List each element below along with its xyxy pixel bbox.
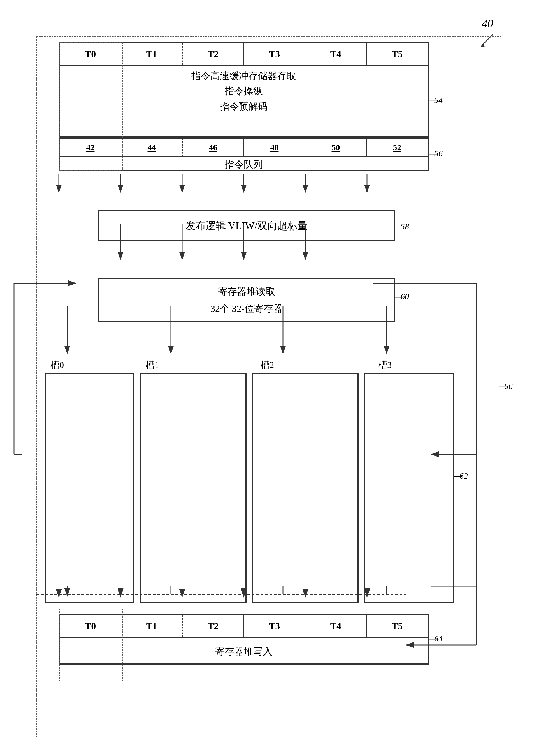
- cache-line1: 指令高速缓冲存储器存取: [191, 68, 296, 84]
- t1-cache: T1: [121, 43, 183, 65]
- slot3-label: 槽3: [378, 359, 392, 371]
- top-inner-dashed-box: [59, 42, 123, 171]
- q52: 52: [367, 139, 427, 156]
- ref-66-dash: —: [499, 381, 507, 391]
- issue-logic-label: 发布逻辑 VLIW/双向超标量: [186, 219, 308, 233]
- wb-inner-dashed-box: [59, 609, 123, 681]
- slot1-label: 槽1: [146, 359, 159, 371]
- slot2-box: [252, 373, 358, 603]
- reg-read-line2: 32个 32-位寄存器: [211, 300, 283, 317]
- t2-cache: T2: [183, 43, 244, 65]
- issue-logic-box: 发布逻辑 VLIW/双向超标量: [98, 210, 395, 241]
- reg-read-line1: 寄存器堆读取: [218, 283, 275, 300]
- ref-58-dash: —: [395, 222, 403, 231]
- wb-t5: T5: [367, 615, 427, 637]
- slot0-box: [45, 373, 135, 603]
- wb-t2: T2: [183, 615, 244, 637]
- ref-56-dash: —: [429, 149, 437, 158]
- wb-t3: T3: [244, 615, 305, 637]
- ref-54-dash: —: [429, 95, 437, 105]
- cache-line3: 指令预解码: [220, 99, 268, 114]
- q48: 48: [244, 139, 305, 156]
- ref-62-dash: —: [454, 471, 462, 481]
- wb-t1: T1: [121, 615, 183, 637]
- slot1-box: [140, 373, 247, 603]
- diagram-container: 40 T0 T1 T2 T3 T4 T5 指令高速缓冲存储器存取 指令操纵 指令…: [22, 17, 527, 746]
- ref-60-dash: —: [395, 292, 403, 301]
- cache-line2: 指令操纵: [225, 84, 263, 99]
- ref-64-dash: —: [429, 634, 437, 643]
- q50: 50: [305, 139, 367, 156]
- q46: 46: [183, 139, 244, 156]
- slot0-label: 槽0: [50, 359, 64, 371]
- wb-t4: T4: [305, 615, 367, 637]
- ref-40: 40: [482, 17, 493, 30]
- t3-cache: T3: [244, 43, 305, 65]
- t4-cache: T4: [305, 43, 367, 65]
- q44: 44: [121, 139, 183, 156]
- reg-read-box: 寄存器堆读取 32个 32-位寄存器: [98, 278, 395, 322]
- t5-cache: T5: [367, 43, 427, 65]
- slot3-box: [364, 373, 454, 603]
- slot2-label: 槽2: [261, 359, 274, 371]
